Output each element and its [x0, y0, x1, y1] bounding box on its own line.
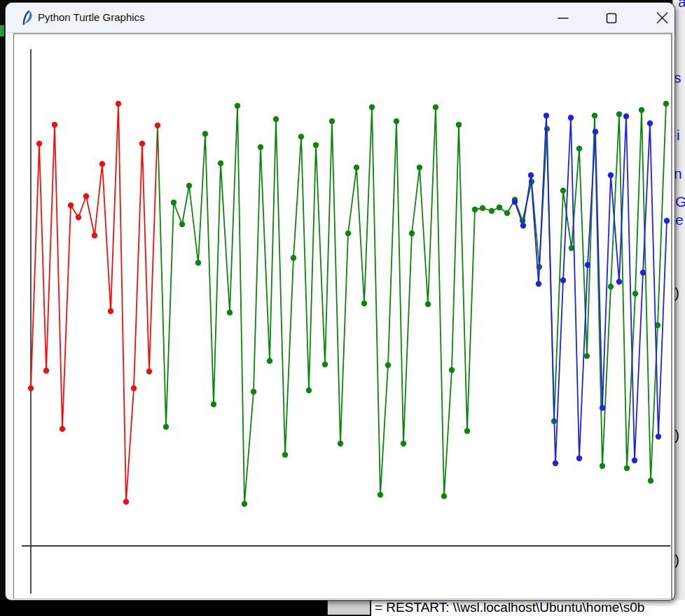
green-series-point: [592, 113, 597, 118]
close-button[interactable]: [648, 3, 674, 33]
green-series-point: [441, 493, 447, 499]
idle-restart-text: = RESTART: \\wsl.localhost\Ubuntu\home\s…: [375, 600, 644, 615]
green-series-point: [504, 210, 510, 216]
close-icon: [656, 12, 668, 24]
maximize-button[interactable]: [597, 3, 625, 33]
green-series-point: [267, 358, 272, 364]
green-series-point: [378, 492, 383, 498]
green-series-point: [195, 260, 201, 266]
red-series-line: [31, 104, 158, 502]
green-series-point: [639, 107, 644, 113]
red-series-point: [36, 141, 42, 146]
minimize-button[interactable]: [549, 3, 577, 33]
green-series-line: [158, 104, 666, 504]
green-series-point: [385, 362, 391, 368]
red-series-point: [28, 385, 34, 391]
green-series-point: [354, 165, 359, 170]
green-series-point: [322, 362, 328, 367]
blue-series-point: [520, 223, 526, 228]
green-series-point: [338, 441, 343, 446]
green-series-point: [369, 104, 375, 110]
red-series-point: [99, 161, 105, 167]
code-text-fragment: ): [674, 552, 679, 568]
red-series-point: [108, 308, 113, 314]
green-series-point: [394, 118, 399, 124]
green-series-point: [624, 465, 630, 471]
blue-series-point: [647, 121, 653, 126]
green-series-point: [616, 111, 622, 117]
blue-series-point: [512, 199, 518, 205]
green-series-point: [258, 144, 263, 150]
green-series-point: [291, 255, 296, 261]
red-series-point: [76, 214, 81, 220]
maximize-icon: [606, 13, 617, 24]
desktop-fragment: [0, 25, 4, 36]
green-series-point: [313, 142, 319, 148]
red-series-point: [123, 499, 129, 505]
titlebar[interactable]: Python Turtle Graphics: [6, 3, 674, 33]
red-series-point: [83, 193, 89, 199]
green-series-point: [648, 478, 653, 484]
green-series-point: [273, 116, 279, 122]
code-text-fragment: s: [674, 70, 681, 85]
green-series-point: [489, 208, 494, 214]
blue-series-point: [608, 172, 614, 178]
blue-series-point: [664, 218, 670, 224]
green-series-point: [480, 205, 485, 211]
code-text-fragment: G: [675, 194, 685, 210]
green-series-point: [179, 221, 185, 227]
blue-series-point: [544, 113, 549, 118]
green-series-point: [472, 207, 478, 212]
blue-series-point: [585, 262, 590, 268]
code-text-fragment: i: [677, 128, 680, 143]
green-series-point: [449, 367, 455, 373]
green-series-point: [329, 118, 335, 124]
minimize-icon: [558, 13, 569, 24]
green-series-point: [345, 231, 351, 236]
window-title: Python Turtle Graphics: [38, 11, 145, 23]
green-series-point: [456, 122, 462, 128]
green-series-point: [171, 200, 177, 205]
green-series-point: [560, 188, 566, 193]
blue-series-point: [560, 278, 566, 283]
blue-series-point: [623, 114, 629, 119]
green-series-point: [163, 424, 169, 430]
blue-series-point: [576, 456, 582, 461]
green-series-point: [242, 501, 247, 507]
blue-series-line: [515, 116, 667, 463]
turtle-canvas: [13, 33, 672, 599]
background-window-fragment-bottom: = RESTART: \\wsl.localhost\Ubuntu\home\s…: [0, 600, 685, 616]
blue-series-point: [656, 434, 661, 439]
blue-series-point: [568, 115, 574, 121]
green-series-point: [361, 301, 367, 306]
blue-series-point: [528, 172, 534, 178]
green-series-point: [497, 205, 502, 210]
green-series-point: [632, 291, 638, 296]
code-text-fragment: e: [675, 212, 684, 228]
idle-shell-surface[interactable]: = RESTART: \\wsl.localhost\Ubuntu\home\s…: [371, 600, 685, 616]
blue-series-point: [616, 279, 622, 285]
red-series-point: [68, 203, 74, 208]
green-series-point: [401, 441, 406, 446]
red-series-point: [43, 368, 49, 374]
red-series-point: [116, 101, 121, 107]
python-tk-feather-icon: [20, 9, 35, 27]
blue-series-point: [600, 405, 605, 411]
idle-shell-margin: [327, 600, 371, 615]
green-series-point: [282, 452, 288, 458]
code-text-fragment: n: [674, 166, 682, 182]
blue-series-point: [553, 460, 558, 466]
blue-series-point: [632, 458, 637, 463]
red-series-point: [60, 426, 65, 432]
green-series-point: [608, 284, 614, 289]
green-series-point: [218, 160, 223, 166]
green-series-point: [663, 101, 669, 107]
green-series-point: [584, 353, 590, 359]
turtle-drawing: [14, 34, 671, 598]
green-series-point: [433, 104, 438, 110]
green-series-point: [464, 428, 470, 434]
blue-series-point: [593, 129, 598, 135]
red-series-point: [92, 233, 97, 238]
green-series-point: [235, 103, 240, 109]
blue-series-point: [536, 281, 541, 287]
